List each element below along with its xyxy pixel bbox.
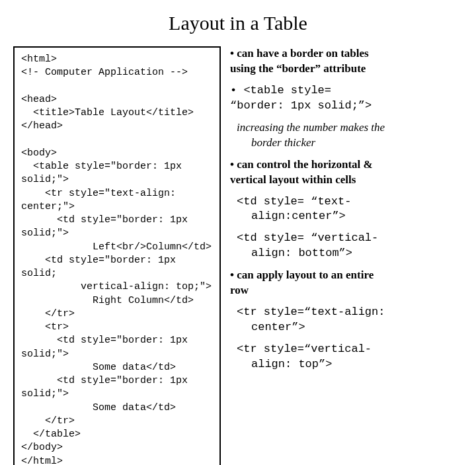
- bullet-layout-cells: • can control the horizontal & vertical …: [230, 157, 463, 188]
- bullet-text: row: [230, 284, 249, 296]
- code-snippet-tr-textalign: <tr style=“text-align: center”>: [230, 305, 463, 335]
- content-columns: <html> <!- Computer Application --> <hea…: [13, 46, 463, 465]
- bullet-border: • can have a border on tables using the …: [230, 46, 463, 77]
- code-line: align: top”>: [237, 358, 332, 370]
- bullet-text: • can apply layout to an entire: [230, 269, 374, 281]
- code-snippet-td-textalign: <td style= “text- align:center”>: [230, 194, 463, 225]
- code-line: <td style= “vertical-: [237, 232, 378, 244]
- code-line: • <table style=: [230, 84, 331, 97]
- page-title: Layout in a Table: [13, 12, 463, 34]
- note-line: border thicker: [237, 136, 315, 149]
- note-line: increasing the number makes the: [237, 121, 385, 134]
- code-line: center”>: [237, 321, 305, 333]
- code-snippet-tr-vertalign: <tr style=“vertical- align: top”>: [230, 342, 463, 372]
- code-line: <td style= “text-: [237, 195, 351, 208]
- code-snippet-td-vertalign: <td style= “vertical- align: bottom”>: [230, 231, 463, 261]
- code-line: align:center”>: [237, 210, 346, 222]
- code-line: align: bottom”>: [237, 247, 352, 259]
- italic-note: increasing the number makes the border t…: [230, 120, 463, 151]
- code-line: <tr style=“text-align:: [237, 306, 385, 318]
- bullet-text: • can control the horizontal &: [230, 158, 373, 171]
- bullet-text: using the “border” attribute: [230, 62, 366, 75]
- notes-column: • can have a border on tables using the …: [230, 46, 463, 379]
- code-line: “border: 1px solid;”>: [230, 99, 372, 112]
- bullet-text: • can have a border on tables: [230, 47, 369, 60]
- code-sample-box: <html> <!- Computer Application --> <hea…: [13, 46, 221, 465]
- bullet-layout-row: • can apply layout to an entire row: [230, 268, 463, 298]
- bullet-text: vertical layout within cells: [230, 173, 356, 186]
- code-line: <tr style=“vertical-: [237, 343, 372, 355]
- code-snippet-table: • <table style= “border: 1px solid;”>: [230, 83, 463, 114]
